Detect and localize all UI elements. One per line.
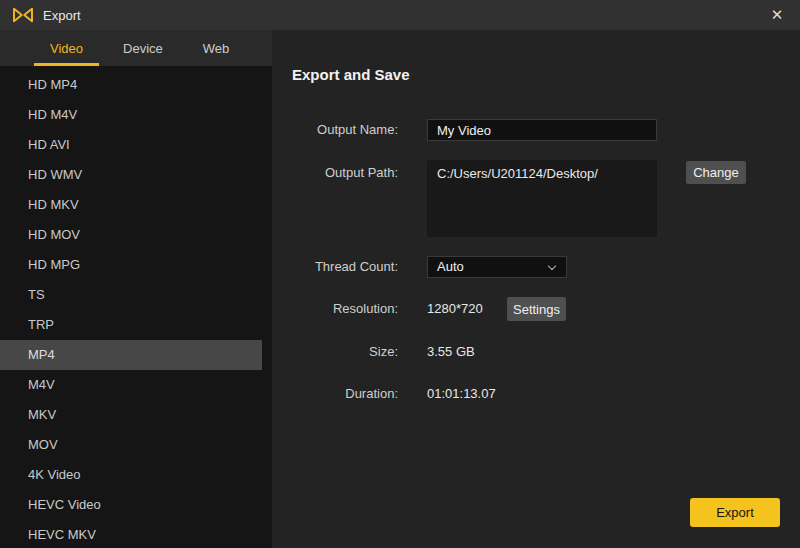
panel-heading: Export and Save [292, 66, 410, 83]
tab-video[interactable]: Video [34, 30, 99, 66]
window-title: Export [43, 8, 81, 23]
size-value: 3.55 GB [427, 344, 475, 359]
output-path-field[interactable]: C:/Users/U201124/Desktop/ [427, 160, 657, 237]
format-list: HD MP4HD M4VHD AVIHD WMVHD MKVHD MOVHD M… [0, 66, 272, 548]
size-label: Size: [272, 344, 398, 359]
change-path-button[interactable]: Change [686, 161, 746, 184]
duration-value: 01:01:13.07 [427, 386, 496, 401]
thread-count-row: Thread Count: Auto [272, 256, 800, 278]
output-path-row: Output Path: C:/Users/U201124/Desktop/ C… [272, 160, 800, 237]
format-list-item[interactable]: MP4 [0, 340, 262, 370]
thread-count-select[interactable]: Auto [427, 256, 567, 278]
format-list-item[interactable]: HD MP4 [0, 70, 262, 100]
output-name-row: Output Name: [272, 119, 800, 141]
format-list-item[interactable]: HD MPG [0, 250, 262, 280]
tab-web[interactable]: Web [187, 30, 246, 66]
export-panel: Export and Save Output Name: Output Path… [272, 30, 800, 548]
duration-row: Duration: 01:01:13.07 [272, 386, 800, 402]
format-list-item[interactable]: M4V [0, 370, 262, 400]
format-list-item[interactable]: HEVC Video [0, 490, 262, 520]
format-list-item[interactable]: HD MKV [0, 190, 262, 220]
format-list-item[interactable]: MOV [0, 430, 262, 460]
tab-device[interactable]: Device [107, 30, 179, 66]
format-list-item[interactable]: HD AVI [0, 130, 262, 160]
resolution-label: Resolution: [272, 297, 398, 321]
format-list-item[interactable]: TRP [0, 310, 262, 340]
output-path-label: Output Path: [272, 165, 398, 180]
format-list-item[interactable]: MKV [0, 400, 262, 430]
size-row: Size: 3.55 GB [272, 344, 800, 360]
resolution-value: 1280*720 [427, 297, 483, 321]
output-name-label: Output Name: [272, 119, 398, 141]
format-list-item[interactable]: HD M4V [0, 100, 262, 130]
export-dialog: Export ✕ Video Device Web HD MP4HD M4VHD… [0, 0, 800, 548]
thread-count-label: Thread Count: [272, 256, 398, 278]
category-tabbar: Video Device Web [0, 30, 272, 66]
app-logo-icon [12, 6, 34, 24]
resolution-settings-button[interactable]: Settings [507, 297, 566, 321]
format-list-item[interactable]: HD MOV [0, 220, 262, 250]
output-name-input[interactable] [427, 119, 657, 141]
format-list-item[interactable]: TS [0, 280, 262, 310]
window-titlebar: Export ✕ [0, 0, 800, 30]
close-icon[interactable]: ✕ [766, 4, 788, 26]
chevron-down-icon [548, 262, 556, 270]
format-list-item[interactable]: HEVC MKV [0, 520, 262, 548]
resolution-row: Resolution: 1280*720 Settings [272, 297, 800, 321]
thread-count-value: Auto [437, 259, 464, 274]
format-list-item[interactable]: HD WMV [0, 160, 262, 190]
duration-label: Duration: [272, 386, 398, 401]
export-button[interactable]: Export [690, 498, 780, 527]
format-list-item[interactable]: 4K Video [0, 460, 262, 490]
